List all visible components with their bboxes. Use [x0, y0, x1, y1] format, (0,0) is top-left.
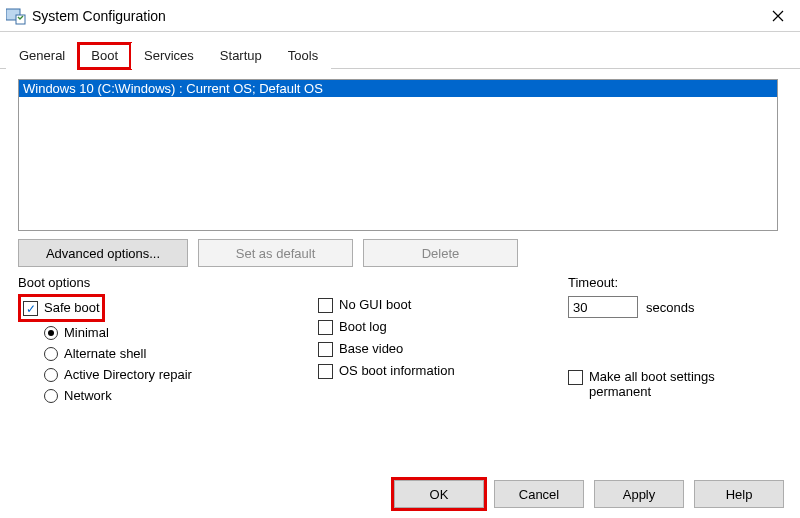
radio-icon	[44, 389, 58, 403]
radio-label-altshell: Alternate shell	[64, 346, 146, 361]
spacer	[318, 273, 548, 294]
tab-body: Windows 10 (C:\Windows) : Current OS; De…	[0, 69, 800, 416]
checkbox-icon	[318, 298, 333, 313]
safe-boot-highlight: Safe boot	[18, 294, 105, 322]
timeout-label: Timeout:	[568, 273, 768, 294]
tab-bar: General Boot Services Startup Tools	[0, 32, 800, 69]
radio-label-minimal: Minimal	[64, 325, 109, 340]
boot-log-label: Boot log	[339, 319, 387, 334]
help-button[interactable]: Help	[694, 480, 784, 508]
make-permanent-label: Make all boot settings permanent	[589, 369, 768, 399]
os-boot-info-checkbox[interactable]: OS boot information	[318, 360, 548, 382]
tab-tools[interactable]: Tools	[275, 43, 331, 69]
timeout-unit: seconds	[646, 300, 694, 315]
os-entry[interactable]: Windows 10 (C:\Windows) : Current OS; De…	[19, 80, 777, 97]
window-title: System Configuration	[32, 8, 755, 24]
tab-general[interactable]: General	[6, 43, 78, 69]
boot-options-area: Boot options Safe boot Minimal Alternate…	[18, 273, 782, 406]
checkbox-icon	[318, 364, 333, 379]
radio-icon	[44, 347, 58, 361]
cancel-button[interactable]: Cancel	[494, 480, 584, 508]
advanced-options-button[interactable]: Advanced options...	[18, 239, 188, 267]
checkbox-icon	[318, 320, 333, 335]
no-gui-boot-label: No GUI boot	[339, 297, 411, 312]
boot-options-label: Boot options	[18, 273, 298, 294]
title-bar: System Configuration	[0, 0, 800, 32]
system-config-icon	[6, 7, 26, 25]
safe-boot-label: Safe boot	[44, 300, 100, 315]
os-list[interactable]: Windows 10 (C:\Windows) : Current OS; De…	[18, 79, 778, 231]
checkbox-icon	[318, 342, 333, 357]
tab-startup[interactable]: Startup	[207, 43, 275, 69]
base-video-label: Base video	[339, 341, 403, 356]
make-permanent-checkbox[interactable]: Make all boot settings permanent	[568, 366, 768, 402]
safe-boot-checkbox[interactable]: Safe boot	[23, 297, 100, 319]
radio-network[interactable]: Network	[18, 385, 298, 406]
close-button[interactable]	[755, 1, 800, 31]
os-boot-info-label: OS boot information	[339, 363, 455, 378]
svg-rect-1	[16, 15, 25, 24]
set-default-button: Set as default	[198, 239, 353, 267]
checkbox-icon	[568, 370, 583, 385]
boot-log-checkbox[interactable]: Boot log	[318, 316, 548, 338]
tab-boot[interactable]: Boot	[78, 43, 131, 69]
radio-icon	[44, 326, 58, 340]
checkbox-icon	[23, 301, 38, 316]
radio-label-adrepair: Active Directory repair	[64, 367, 192, 382]
radio-alternate-shell[interactable]: Alternate shell	[18, 343, 298, 364]
tab-services[interactable]: Services	[131, 43, 207, 69]
timeout-input[interactable]	[568, 296, 638, 318]
no-gui-boot-checkbox[interactable]: No GUI boot	[318, 294, 548, 316]
radio-minimal[interactable]: Minimal	[18, 322, 298, 343]
radio-ad-repair[interactable]: Active Directory repair	[18, 364, 298, 385]
dialog-buttons: OK Cancel Apply Help	[394, 480, 784, 508]
os-buttons-row: Advanced options... Set as default Delet…	[18, 239, 782, 267]
radio-label-network: Network	[64, 388, 112, 403]
radio-icon	[44, 368, 58, 382]
delete-button: Delete	[363, 239, 518, 267]
base-video-checkbox[interactable]: Base video	[318, 338, 548, 360]
apply-button[interactable]: Apply	[594, 480, 684, 508]
ok-button[interactable]: OK	[394, 480, 484, 508]
